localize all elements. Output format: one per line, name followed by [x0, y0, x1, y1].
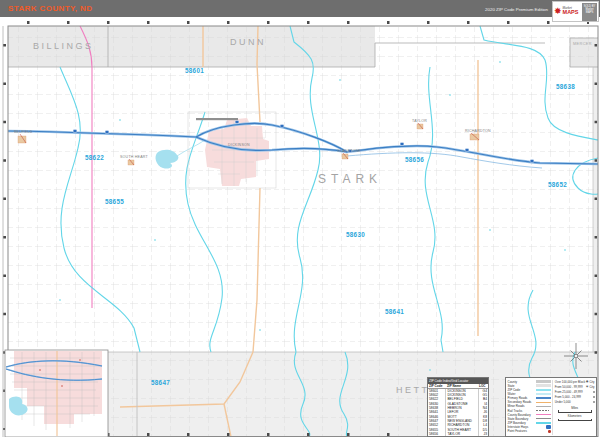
map-page: BELFIELD SOUTH HEART DICKINSON GLADSTONE… [0, 0, 600, 437]
legend-symbols-column: County State ZIP Code Water Primary Road… [508, 380, 553, 435]
county-label-dunn: DUNN [230, 37, 266, 47]
logo-star-icon: ✸ [554, 7, 562, 16]
swatch [536, 389, 551, 392]
logo-brand-bottom: MAPS [563, 10, 579, 16]
town-label-dickinson: DICKINSON [228, 143, 250, 147]
population-label: From 5,000 - 24,999 [555, 395, 593, 399]
cell: TAYLOR [446, 432, 478, 436]
zip-label-58601: 58601 [185, 67, 204, 74]
scale-bar-kilometers: Kilometers [555, 415, 595, 421]
scale-bar [558, 419, 592, 421]
logo-wordmark: Market MAPS [563, 7, 579, 16]
zip-label-58656: 58656 [405, 156, 424, 163]
county-label-mercer: MERCER [573, 42, 592, 46]
logo-box-line: MAPS [586, 11, 594, 14]
county-label-stark: STARK [318, 172, 382, 186]
page-title: STARK COUNTY, ND [8, 4, 92, 13]
population-label: Over 100,000 per Block [555, 380, 585, 384]
zip-label-58647: 58647 [151, 379, 170, 386]
cell: 58656 [428, 432, 446, 436]
swatch [536, 414, 551, 415]
legend-population-column: Over 100,000 per Block✷City From 50,000 … [553, 380, 595, 435]
table-row: 58656TAYLORJ3 [428, 432, 488, 436]
county-map-canvas: BELFIELD SOUTH HEART DICKINSON GLADSTONE… [0, 0, 600, 437]
zip-index-header-row: ZIP Code ZIP Name LOC [428, 384, 488, 389]
swatch [536, 402, 551, 403]
swatch [536, 397, 551, 398]
scale-bar [558, 410, 592, 412]
zip-label-58652: 58652 [548, 181, 567, 188]
population-label: From 25,000 - 49,999 [555, 390, 593, 394]
swatch [536, 380, 551, 383]
cell: J3 [478, 432, 488, 436]
publisher-logo: ✸ Market MAPS SOLD BY Market MAPS [552, 1, 599, 22]
scale-bar-miles: Miles [555, 407, 595, 413]
swatch [536, 393, 551, 396]
zip-label-58641: 58641 [385, 308, 404, 315]
map-legend: County State ZIP Code Water Primary Road… [505, 377, 597, 437]
legend-label: Point Features [508, 429, 537, 433]
zip-index-table: ZIP Code Index/Grid Locator ZIP Code ZIP… [427, 377, 489, 437]
town-label-gladstone: GLADSTONE [337, 149, 361, 153]
swatch [536, 406, 551, 407]
population-label: From 50,000 - 99,999 [555, 385, 585, 389]
zip-label-58638: 58638 [556, 83, 575, 90]
swatch [536, 384, 551, 387]
city-dot-icon [593, 401, 595, 403]
city-dot-icon [593, 396, 595, 398]
city-star-icon: ✶ [585, 385, 589, 389]
swatch [536, 410, 551, 411]
shield-swatch-icon [546, 425, 551, 429]
inset-map [5, 350, 108, 437]
legend-item: Point Features [508, 429, 551, 433]
population-label: Under 5,000 [555, 400, 593, 404]
town-label-south-heart: SOUTH HEART [120, 155, 148, 159]
zip-label-58630: 58630 [346, 231, 365, 238]
logo-side-box: SOLD BY Market MAPS [582, 3, 597, 21]
zip-label-58655: 58655 [105, 198, 124, 205]
title-bar: STARK COUNTY, ND 2020 ZIP Code Premium E… [0, 0, 600, 17]
town-label-richardton: RICHARDTON [465, 129, 491, 133]
town-label-taylor: TAYLOR [412, 119, 427, 123]
swatch [536, 422, 551, 423]
city-label: City [590, 380, 595, 384]
dot-swatch-icon [548, 430, 551, 433]
zip-label-58622: 58622 [85, 154, 104, 161]
county-label-billings: BILLINGS [33, 41, 94, 51]
town-label-belfield: BELFIELD [14, 130, 33, 134]
city-label: City [590, 385, 595, 389]
population-item: Under 5,000 [555, 400, 595, 405]
city-dot-icon [593, 391, 595, 393]
swatch [536, 418, 551, 419]
edition-label: 2020 ZIP Code Premium Edition [485, 7, 548, 12]
